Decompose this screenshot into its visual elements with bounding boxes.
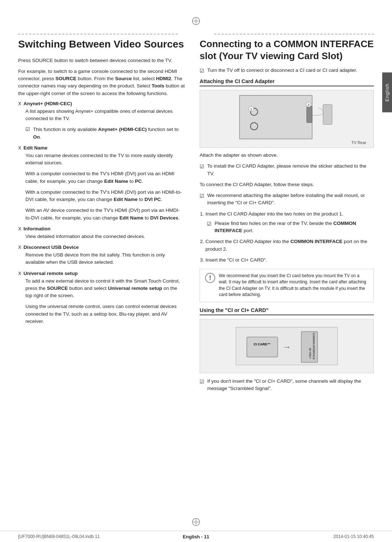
svg-text:COMMON INTERFACE: COMMON INTERFACE <box>313 333 315 360</box>
footer-timestamp: 2014-01-15 10:40:45 <box>334 534 374 539</box>
edit-name-body3: With a computer connected to the TV's HD… <box>25 189 185 204</box>
dashed-divider <box>0 29 392 34</box>
edit-name-section: X Edit Name You can rename devices conne… <box>18 145 185 222</box>
step-1-subitem: ☑ Please find two holes on the rear of t… <box>207 220 374 235</box>
svg-rect-18 <box>247 337 278 357</box>
svg-rect-6 <box>240 95 312 139</box>
information-section: X Information View detailed information … <box>18 226 185 240</box>
x-marker: X <box>18 101 21 106</box>
disconnect-usb-section: X Disconnect USB Device Remove the USB d… <box>18 245 185 266</box>
anynet-body: A list appears showing Anynet+ compatibl… <box>25 108 185 123</box>
left-para2: For example, to switch to a game console… <box>18 68 185 97</box>
universal-remote-body1: To add a new external device to control … <box>25 278 185 300</box>
anynet-section: X Anynet+ (HDMI-CEC) A list appears show… <box>18 101 185 141</box>
footer-page-number: English - 11 <box>183 534 209 539</box>
checkbox-icon: ☑ <box>200 192 204 200</box>
left-section-title: Switching Between Video Sources <box>18 38 185 50</box>
x-marker: X <box>18 245 21 250</box>
left-column: Switching Between Video Sources Press SO… <box>18 38 185 396</box>
svg-text:CI CARD™: CI CARD™ <box>254 342 271 346</box>
warning-icon: ! <box>205 273 215 283</box>
right-section-title: Connecting to a COMMON INTERFACE slot (Y… <box>200 38 374 62</box>
edit-name-body2: With a computer connected to the TV's HD… <box>25 170 185 185</box>
svg-rect-15 <box>323 104 332 124</box>
x-marker: X <box>18 271 21 276</box>
check-item-top-text: Turn the TV off to connect or disconnect… <box>207 67 357 74</box>
svg-rect-12 <box>307 106 312 123</box>
svg-text:AV ONLY: AV ONLY <box>309 348 311 359</box>
svg-text:→: → <box>282 342 291 352</box>
final-check-item: ☑ If you don't insert the "CI or CI+ CAR… <box>200 378 374 393</box>
final-check-text: If you don't insert the "CI or CI+ CARD"… <box>207 378 374 393</box>
step-1-subitem-text: Please find two holes on the rear of the… <box>215 220 374 235</box>
anynet-heading: Anynet+ (HDMI-CEC) <box>24 101 72 106</box>
anynet-subitem: ☑ This function is only available Anynet… <box>25 126 185 141</box>
svg-text:2: 2 <box>307 103 309 107</box>
english-sidebar-label: English <box>382 73 392 112</box>
tv-rear-diagram: 1 2 TV Rear <box>200 90 374 148</box>
left-para1: Press SOURCE button to switch between de… <box>18 57 185 64</box>
check-item-3: ☑ We recommend attaching the adapter bef… <box>200 192 374 207</box>
disconnect-usb-body: Remove the USB device from the list safe… <box>25 251 185 266</box>
check-item-top: ☑ Turn the TV off to connect or disconne… <box>200 67 374 75</box>
footer-file-info: [UF7000-RU]BN68-04851L-09L04.indb 11 <box>18 534 100 539</box>
checkbox-icon: ☑ <box>200 67 204 75</box>
steps-list: Insert the CI CARD Adapter into the two … <box>200 210 374 264</box>
attach-text: Attach the adapter as shown above. <box>200 152 374 159</box>
checkbox-icon: ☑ <box>25 126 30 133</box>
edit-name-body1: You can rename devices connected to the … <box>25 152 185 167</box>
universal-remote-heading: Universal remote setup <box>24 271 78 276</box>
connect-text: To connect the CI CARD Adapter, follow t… <box>200 181 374 188</box>
universal-remote-section: X Universal remote setup To add a new ex… <box>18 271 185 325</box>
warning-box: ! We recommend that you insert the CI ca… <box>200 269 374 302</box>
ci-card-section: Using the "CI or CI+ CARD" CI CARD™ → <box>200 307 374 393</box>
checkbox-icon: ☑ <box>200 163 204 171</box>
svg-text:1: 1 <box>250 107 252 111</box>
bottom-compass-icon <box>192 518 200 528</box>
step-1: Insert the CI CARD Adapter into the two … <box>205 210 374 235</box>
warning-text: We recommend that you insert the CI card… <box>219 273 368 298</box>
anynet-subitem-text: This function is only available Anynet+ … <box>33 126 185 141</box>
step-3: Insert the "CI or CI+ CARD". <box>205 256 374 264</box>
ci-card-heading: Using the "CI or CI+ CARD" <box>200 307 374 315</box>
svg-point-25 <box>195 521 197 523</box>
edit-name-heading: Edit Name <box>24 145 48 151</box>
page-footer: [UF7000-RU]BN68-04851L-09L04.indb 11 Eng… <box>0 531 392 542</box>
checkbox-icon: ☑ <box>207 220 212 228</box>
universal-remote-body2: Using the universal remote control, user… <box>25 303 185 325</box>
right-column: Connecting to a COMMON INTERFACE slot (Y… <box>200 38 374 396</box>
disconnect-usb-heading: Disconnect USB Device <box>24 245 79 250</box>
x-marker: X <box>18 145 21 151</box>
check-item-3-text: We recommend attaching the adapter befor… <box>207 192 374 207</box>
check-item-2-text: To install the CI CARD Adapter, please r… <box>207 163 374 177</box>
ci-card-diagram: CI CARD™ → COMMON INTERFACE AV ONLY <box>200 319 374 373</box>
attaching-heading: Attaching the CI Card Adapter <box>200 78 374 86</box>
check-item-2: ☑ To install the CI CARD Adapter, please… <box>200 163 374 177</box>
step-2: Connect the CI CARD Adapter into the COM… <box>205 238 374 253</box>
information-heading: Information <box>24 226 50 231</box>
x-marker: X <box>18 226 21 231</box>
tv-rear-label: TV Rear <box>351 140 366 145</box>
checkbox-icon: ☑ <box>200 378 204 386</box>
top-compass-icon <box>0 17 392 27</box>
edit-name-body4: With an AV device connected to the TV's … <box>25 207 185 222</box>
information-body: View detailed information about the conn… <box>25 233 185 240</box>
svg-point-1 <box>195 20 197 22</box>
attaching-section: Attaching the CI Card Adapter <box>200 78 374 302</box>
